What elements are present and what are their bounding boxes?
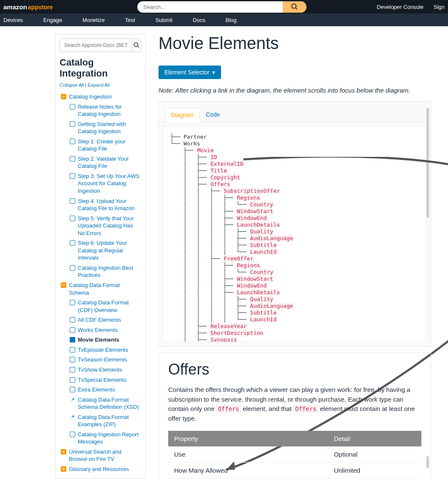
square-icon [70,347,75,353]
tree-item[interactable]: Step 3: Set Up Your AWS Account for Cata… [78,172,141,195]
tree-item[interactable]: Works Elements [78,326,117,334]
diagram-link[interactable]: LaunchDetails [237,222,281,228]
diagram-link[interactable]: WindowStart [237,208,274,214]
sidebar-search-button[interactable] [132,39,141,52]
diagram-link[interactable]: Regions [237,262,261,268]
expand-all[interactable]: Expand All [87,82,109,88]
search-input[interactable] [137,1,283,13]
diagram-link[interactable]: Country [250,269,274,275]
tree-item[interactable]: Extra Elements [78,386,115,394]
diagram-link[interactable]: ID [210,154,218,160]
tab-code[interactable]: Code [200,108,226,122]
tree-item[interactable]: All CDF Elements [78,316,121,324]
diagram-link[interactable]: WindowEnd [237,282,267,289]
nav-item[interactable]: Monetize [82,17,105,23]
square-icon [70,139,75,144]
diagram-link[interactable]: Quality [250,296,274,302]
diagram-link[interactable]: Quality [250,228,274,235]
tree-item[interactable]: Step 2: Validate Your Catalog File [78,155,141,170]
th-property: Property [168,431,328,446]
scrollbar[interactable] [426,108,429,218]
collapse-icon[interactable]: − [61,282,66,288]
collapse-icon[interactable]: − [61,94,66,99]
svg-line-1 [295,8,297,9]
sign-link[interactable]: Sign [434,4,445,10]
tree-item[interactable]: TvSeason Elements [78,356,127,364]
tab-diagram[interactable]: Diagram [165,108,200,122]
sidebar-search-input[interactable] [60,39,132,52]
diagram-link[interactable]: WindowStart [237,276,274,282]
note: Note: After clicking a link in the diagr… [158,87,431,94]
nav-item[interactable]: Engage [43,17,62,23]
expand-icon[interactable]: + [61,466,66,472]
diagram-link[interactable]: LaunchId [250,249,277,255]
table-row: UseOptional [168,446,421,463]
tree-item[interactable]: TvSpecial Elements [78,376,126,384]
square-icon [70,173,75,179]
diagram: ├── Partner └── Works ├── Movie │ ├── ID… [163,126,426,342]
square-icon [70,357,75,362]
tree-item[interactable]: Getting Started with Catalog Ingestion [78,120,141,135]
tree-item[interactable]: Catalog Data Format (CDF) Overview [78,299,141,314]
diagram-link[interactable]: ShortDescription [210,330,264,336]
search-icon [291,3,298,11]
diagram-link[interactable]: Subtitle [250,242,277,248]
scrollbar[interactable] [426,456,429,468]
tree-group[interactable]: Glossary and Resources [69,465,129,473]
nav-item[interactable]: Submit [156,17,172,23]
offers-panel: Offers Contains the offers through which… [158,353,431,479]
diagram-link[interactable]: Title [210,167,227,174]
nav-item[interactable]: Test [125,17,135,23]
tree-item[interactable]: Catalog Data Format Schema Definition (X… [78,396,141,411]
diagram-link[interactable]: Synopsis [210,337,238,342]
diagram-link[interactable]: Country [250,201,274,208]
square-icon [70,104,75,109]
tree-item[interactable]: TvEpisode Elements [78,346,128,354]
developer-console-link[interactable]: Developer Console [377,4,423,10]
tree-item[interactable]: Step 6: Update Your Catalog at Regular I… [78,239,141,262]
square-icon [70,327,75,333]
search-button[interactable] [283,1,306,13]
diagram-link[interactable]: WindowEnd [237,215,267,221]
tree-item[interactable]: TvShow Elements [78,366,122,374]
diagram-link[interactable]: AudioLanguage [250,235,294,241]
tree-item[interactable]: Catalog Data Format Examples (ZIP) [78,413,141,428]
tree-item[interactable]: Catalog Ingestion Report Messages [78,431,141,446]
diagram-link[interactable]: Movie [197,147,214,153]
tree-item[interactable]: Step 1: Create your Catalog File [78,138,141,153]
logo[interactable]: amazon appstore [3,3,53,11]
sidebar: Catalog Integration Collapse All | Expan… [55,34,146,479]
tree-item[interactable]: Movie Elements [78,336,119,344]
diagram-link[interactable]: LaunchDetails [237,289,281,296]
diagram-link[interactable]: ExternalID [210,161,244,167]
tree-item[interactable]: Step 5: Verify that Your Uploaded Catalo… [78,215,141,237]
diagram-link[interactable]: SubscriptionOffer [223,188,280,194]
main: Movie Elements Element Selector ▾ Note: … [158,34,448,479]
tree-item[interactable]: Release Notes for Catalog Ingestion [78,103,141,118]
square-icon [70,265,75,271]
diagram-link[interactable]: Regions [237,194,261,201]
tree-group[interactable]: Universal Search and Browse on Fire TV [69,448,141,463]
diagram-link[interactable]: Copyright [210,174,240,181]
square-icon [70,216,75,221]
diagram-link[interactable]: Subtitle [250,309,277,316]
svg-line-3 [137,46,139,47]
diagram-link[interactable]: Offers [210,181,231,187]
tree-item[interactable]: Step 4: Upload Your Catalog File to Amaz… [78,197,141,212]
diagram-link[interactable]: FreeOffer [223,255,254,262]
diagram-panel: Diagram Code ├── Partner └── Works ├── M… [158,101,431,347]
tree-group[interactable]: Catalog Ingestion [69,93,112,101]
tree-group[interactable]: Catalog Data Format Schema [69,282,141,296]
diagram-link[interactable]: AudioLanguage [250,303,294,309]
expand-icon[interactable]: + [61,449,66,454]
svg-point-2 [134,43,138,47]
nav-item[interactable]: Devices [3,17,23,23]
element-selector-button[interactable]: Element Selector ▾ [158,66,221,79]
tabs: Diagram Code [159,102,431,122]
collapse-all[interactable]: Collapse All [60,82,84,88]
nav-item[interactable]: Docs [193,17,205,23]
diagram-link[interactable]: LaunchId [250,316,277,323]
tree-item[interactable]: Catalog Ingestion Best Practices [78,264,141,279]
nav-item[interactable]: Blog [226,17,237,23]
diagram-link[interactable]: ReleaseYear [210,323,247,329]
